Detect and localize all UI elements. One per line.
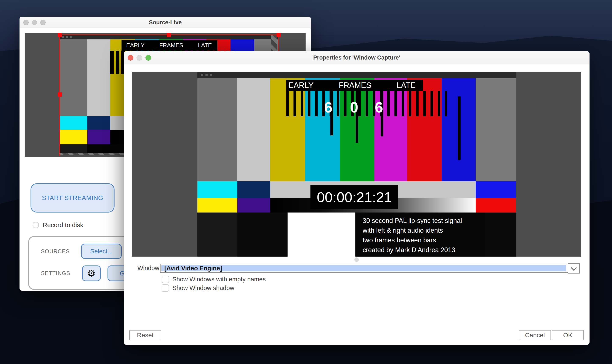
show-empty-names-row: Show Windows with empty names — [162, 276, 266, 283]
source-live-titlebar[interactable]: Source-Live — [19, 17, 311, 28]
settings-label: SETTINGS — [41, 270, 70, 276]
capture-preview-area: EARLY FRAMES LATE 6 0 6 — [132, 72, 581, 257]
reset-button[interactable]: Reset — [129, 330, 161, 340]
desktop: Source-Live — [0, 0, 612, 364]
dot-icon — [205, 74, 208, 76]
sync-digit-left: 6 — [322, 99, 334, 116]
dropdown-chevron-button[interactable] — [568, 263, 580, 273]
show-empty-names-label[interactable]: Show Windows with empty names — [172, 276, 266, 283]
pattern-bottom: 30 second PAL lip-sync test signal with … — [197, 212, 516, 257]
preview-resize-handle[interactable] — [354, 258, 359, 262]
chevron-down-icon — [571, 265, 577, 271]
dialog-title: Properties for 'Window Capture' — [124, 51, 589, 64]
early-label: EARLY — [288, 81, 314, 90]
white-block — [287, 212, 355, 257]
record-to-disk-checkbox[interactable] — [33, 222, 39, 228]
cancel-button[interactable]: Cancel — [519, 330, 551, 340]
show-window-shadow-label[interactable]: Show Window shadow — [172, 285, 234, 292]
captured-window-image: EARLY FRAMES LATE 6 0 6 — [197, 72, 516, 257]
properties-titlebar[interactable]: Properties for 'Window Capture' — [124, 51, 589, 65]
dot-icon — [210, 74, 212, 76]
ok-button[interactable]: OK — [552, 330, 584, 340]
window-select-label: Window — [137, 265, 159, 272]
select-sources-button[interactable]: Select... — [81, 244, 122, 259]
record-to-disk-label[interactable]: Record to disk — [43, 221, 83, 229]
frames-label: FRAMES — [339, 81, 371, 90]
sources-label: SOURCES — [41, 248, 70, 255]
sync-digit-right: 6 — [373, 99, 385, 116]
window-select-dropdown[interactable]: [Avid Video Engine] — [160, 264, 580, 273]
start-streaming-button[interactable]: START STREAMING — [30, 183, 114, 212]
properties-dialog: Properties for 'Window Capture' — [124, 51, 589, 345]
show-window-shadow-checkbox[interactable] — [162, 284, 169, 292]
timecode-display: 00:00:21:21 — [311, 185, 398, 209]
marker-line — [458, 96, 461, 160]
caption-text: 30 second PAL lip-sync test signal with … — [355, 212, 485, 257]
captured-titlebar-dots — [201, 74, 212, 76]
sync-digit-center: 0 — [348, 99, 360, 116]
late-label: LATE — [396, 81, 416, 90]
dropdown-selected-value: [Avid Video Engine] — [164, 265, 222, 272]
selection-handle-top-left[interactable] — [58, 33, 62, 37]
gear-icon: ⚙ — [87, 269, 95, 278]
long-tick — [356, 91, 358, 143]
show-empty-names-checkbox[interactable] — [162, 276, 169, 283]
record-to-disk-row: Record to disk — [33, 221, 83, 229]
selection-handle-left-center[interactable] — [58, 92, 62, 97]
sync-scale-header: EARLY FRAMES LATE — [286, 80, 423, 91]
window-title: Source-Live — [19, 17, 311, 28]
selection-handle-top-right[interactable] — [276, 33, 281, 37]
settings-gear-button[interactable]: ⚙ — [82, 265, 101, 281]
selection-handle-top-center[interactable] — [167, 33, 171, 37]
scale-ticks — [286, 91, 447, 116]
sources-settings-groupbox: SOURCES Select... SETTINGS ⚙ G — [28, 236, 132, 290]
captured-titlebar — [197, 72, 516, 78]
dot-icon — [201, 74, 203, 76]
show-window-shadow-row: Show Window shadow — [162, 284, 234, 292]
